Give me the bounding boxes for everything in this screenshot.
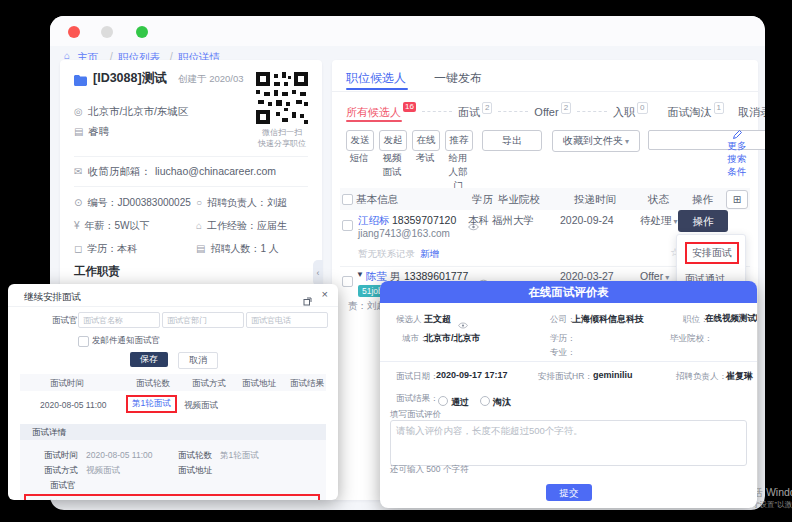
chevron-down-icon: ▾: [625, 137, 629, 146]
interviewer-name-input[interactable]: [78, 312, 160, 328]
no-contact-note: 暂无联系记录: [358, 248, 415, 261]
modal-title: 在线面试评价表: [380, 281, 757, 303]
job-field-salary: ¥年薪：5W以下: [74, 219, 196, 233]
stage-label: 取消录用: [738, 106, 765, 118]
stage-tab-all[interactable]: 所有候选人16: [346, 106, 416, 118]
start-video-interview-button[interactable]: 发起 视频 面试: [379, 130, 407, 179]
evaluation-textarea[interactable]: [390, 420, 747, 466]
divider: [380, 361, 757, 362]
add-contact-link[interactable]: 新增: [420, 248, 439, 261]
row-checkbox[interactable]: [342, 220, 353, 231]
row-checkbox[interactable]: [342, 276, 353, 287]
interviewer-phone-input[interactable]: [246, 312, 328, 328]
recommend-label[interactable]: 推荐: [445, 130, 473, 151]
candidate-status: 待处理: [640, 214, 672, 226]
notify-email-checkbox[interactable]: [78, 336, 89, 347]
detail-round-value: 第1轮面试: [220, 450, 259, 462]
scheduler-label: 安排面试HR：: [538, 371, 593, 383]
table-header: 基本信息 学历 毕业院校 投递时间 状态 操作 ⊞: [340, 188, 750, 210]
detail-round-label: 面试轮数: [178, 450, 212, 462]
minimize-window-button[interactable]: [101, 26, 113, 38]
company-icon: ▤: [74, 126, 83, 137]
send-sms-button[interactable]: 发送 短信: [346, 130, 374, 165]
stage-tab-cancelled[interactable]: 取消录用0: [738, 106, 765, 118]
schedule-interview-modal: 继续安排面试 × 面试官 发邮件通知面试官 保存 取消 面试时间 面试轮数 面试…: [8, 284, 338, 500]
major-label: 专业：: [550, 347, 576, 359]
stage-count-badge: 2: [482, 102, 492, 114]
submit-button[interactable]: 提交: [546, 484, 592, 501]
detail-method-label: 面试方式: [44, 465, 78, 477]
notify-email-label: 发邮件通知面试官: [92, 335, 160, 347]
result-fail-radio[interactable]: 淘汰: [480, 391, 511, 409]
stage-tab-offer[interactable]: Offer2: [534, 106, 571, 118]
tab-one-click-publish[interactable]: 一键发布: [434, 70, 482, 87]
tutorial-highlight-box: 面试官反馈: [24, 494, 320, 500]
window-titlebar: [50, 16, 765, 47]
column-settings-button[interactable]: ⊞: [726, 190, 748, 209]
candidate-name-link[interactable]: 江绍标: [358, 214, 390, 228]
column-header-school: 毕业院校: [498, 193, 540, 207]
headcount-icon: ▤: [196, 243, 205, 254]
screen: ⌂ 主页 / 职位列表 / 职位详情 [ID3088]测试 创建于 2020/0…: [0, 0, 792, 522]
tab-job-candidates[interactable]: 职位候选人: [346, 70, 406, 87]
modal-title: 继续安排面试: [24, 291, 81, 304]
detail-feedback-label: 面试官反馈: [36, 499, 79, 500]
result-pass-radio[interactable]: 通过: [438, 391, 469, 409]
expand-icon[interactable]: [303, 292, 312, 310]
job-field-label: 编号：: [87, 197, 117, 208]
save-button[interactable]: 保存: [130, 352, 168, 367]
job-field-label: 招聘负责人：: [207, 197, 267, 208]
header-round: 面试轮数: [136, 378, 170, 390]
start-video-label[interactable]: 发起: [379, 130, 407, 151]
candidate-status-dropdown[interactable]: 待处理▾: [640, 214, 678, 228]
collapse-panel-button[interactable]: ‹: [313, 260, 323, 286]
result-pass-label: 通过: [451, 397, 469, 407]
candidate-school: 福州大学: [492, 214, 534, 228]
select-all-checkbox[interactable]: [342, 194, 353, 205]
favorite-folder-dropdown[interactable]: 收藏到文件夹▾: [552, 130, 640, 152]
owner-value: 崔复琳: [726, 370, 753, 383]
maximize-window-button[interactable]: [136, 26, 148, 38]
candidate-value: 王文超: [424, 313, 451, 326]
detail-address-label: 面试地址: [178, 465, 212, 477]
column-header-basic: 基本信息: [356, 193, 398, 207]
result-fail-label: 淘汰: [493, 397, 511, 407]
interview-detail-title: 面试详情: [20, 424, 326, 440]
interview-detail-section: 面试详情 面试时间 2020-08-05 11:00 面试轮数 第1轮面试 面试…: [20, 424, 326, 500]
job-field-headcount: ▤招聘人数：1 人: [196, 242, 310, 256]
job-field-label: 招聘人数：: [210, 243, 260, 254]
owner-icon: ○: [196, 197, 202, 208]
close-icon[interactable]: ×: [322, 288, 328, 300]
close-window-button[interactable]: [68, 26, 80, 38]
online-exam-label[interactable]: 在线: [412, 130, 440, 151]
recommend-button[interactable]: 推荐 给用 人部 门: [445, 130, 473, 193]
cancel-button[interactable]: 取消: [178, 352, 218, 369]
more-search-criteria[interactable]: 更多 搜索 条件: [722, 130, 752, 178]
stage-tab-interview[interactable]: 面试2: [458, 106, 492, 118]
detail-interviewer-label: 面试官: [50, 480, 76, 492]
export-button[interactable]: 导出: [482, 130, 542, 151]
interview-evaluation-modal: 在线面试评价表 候选人： 王文超 公司： 上海倾科信息科技 职位： 在线视频测试…: [380, 281, 757, 508]
detail-time-value: 2020-08-05 11:00: [86, 450, 152, 460]
candidate-phone: 18359707120: [392, 214, 456, 226]
resume-source-icon: ▼: [356, 270, 364, 279]
stage-count-badge: 16: [403, 102, 416, 112]
stage-label: 面试淘汰: [668, 106, 712, 118]
stage-label: Offer: [534, 106, 558, 118]
action-button[interactable]: 操作: [678, 210, 728, 232]
qr-caption-1: 微信扫一扫: [250, 128, 314, 138]
send-sms-label[interactable]: 发送: [346, 130, 374, 151]
eye-icon[interactable]: [458, 315, 468, 333]
job-duty-title: 工作职责: [74, 264, 120, 279]
menu-item-schedule-interview[interactable]: 安排面试: [677, 238, 745, 268]
job-field-experience: ⌂工作经验：应届生: [196, 219, 310, 233]
recommend-overflow: 给用: [445, 151, 471, 165]
online-exam-overflow: 考试: [412, 151, 438, 165]
stage-connector: [498, 111, 528, 112]
interview-round-link[interactable]: 第1轮面试: [126, 395, 177, 413]
stage-tab-rejected[interactable]: 面试淘汰1: [668, 106, 724, 118]
online-exam-button[interactable]: 在线 考试: [412, 130, 440, 165]
stage-tab-onboard[interactable]: 入职0: [613, 106, 647, 118]
candidate-apply-date: 2020-09-24: [560, 214, 614, 226]
interviewer-dept-input[interactable]: [162, 312, 244, 328]
